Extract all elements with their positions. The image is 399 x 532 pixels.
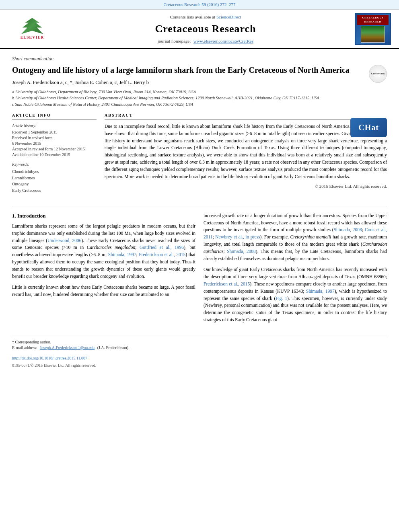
intro-left-column: 1. Introduction Lamniform sharks represe… xyxy=(12,212,195,328)
ref-fig1[interactable]: Fig. 1 xyxy=(276,296,287,301)
ref-shimada1997b[interactable]: Shimada, 1997 xyxy=(306,289,335,294)
elsevier-logo-area: ELSEVIER xyxy=(8,18,56,40)
email-link[interactable]: Joseph.A.Frederickson-1@ou.edu xyxy=(40,345,95,350)
intro-paragraph-2: Little is currently known about how thes… xyxy=(12,284,195,298)
ref-frederickson2015b[interactable]: Frederickson et al., 2015 xyxy=(204,281,250,286)
history-label: Article history: xyxy=(12,123,97,129)
affiliation-c: c Sam Noble Oklahoma Museum of Natural H… xyxy=(12,101,387,108)
section-label: Introduction xyxy=(17,213,46,219)
keywords-section: Keywords: Chondrichthyes Lamniformes Ont… xyxy=(12,162,97,194)
keyword-3: Ontogeny xyxy=(12,181,97,187)
elsevier-tree-icon xyxy=(20,18,44,34)
intro-paragraph-1: Lamniform sharks represent some of the l… xyxy=(12,223,195,280)
section-number: 1. xyxy=(12,213,16,219)
available-date: Available online 10 December 2015 xyxy=(12,152,97,158)
article-info-title: ARTICLE INFO xyxy=(12,113,97,120)
affiliation-a: a University of Oklahoma, Department of … xyxy=(12,89,387,95)
accepted-date: Accepted in revised form 12 November 201… xyxy=(12,146,97,152)
authors-text: Joseph A. Frederickson a, c, *, Joshua E… xyxy=(12,80,149,85)
email-label: E-mail address: xyxy=(12,345,37,350)
article-history: Article history: Received 1 September 20… xyxy=(12,123,97,158)
ref-shimada1997[interactable]: Shimada, 1997 xyxy=(108,252,136,257)
journal-badge: CRETACEOUS RESEARCH xyxy=(355,13,391,45)
journal-name: Cretaceous Research xyxy=(60,22,351,36)
article-type: Short communication xyxy=(12,55,387,62)
sciencedirect-link[interactable]: ScienceDirect xyxy=(216,14,241,19)
homepage-label: journal homepage: xyxy=(158,39,191,43)
journal-reference-bar: Cretaceous Research 59 (2016) 272–277 xyxy=(0,0,399,10)
keyword-4: Early Cretaceous xyxy=(12,188,97,194)
received-revised-label: Received in revised form xyxy=(12,135,97,141)
affiliation-b: b University of Oklahoma Health Sciences… xyxy=(12,95,387,101)
doi-link[interactable]: http://dx.doi.org/10.1016/j.cretres.2015… xyxy=(12,356,87,360)
intro-right-paragraph-1: increased growth rate or a longer durati… xyxy=(204,212,387,263)
received-date: Received 1 September 2015 xyxy=(12,129,97,135)
affiliations-block: a University of Oklahoma, Department of … xyxy=(12,89,387,108)
introduction-section: 1. Introduction Lamniform sharks represe… xyxy=(12,212,387,328)
corresponding-label: * Corresponding author. xyxy=(12,340,51,344)
ref-frederickson2015[interactable]: Frederickson et al., 2015 xyxy=(139,252,185,257)
article-body: Short communication Ontogeny and life hi… xyxy=(0,49,399,374)
email-note: E-mail address: Joseph.A.Frederickson-1@… xyxy=(12,345,387,351)
crossmark-label: CrossMark xyxy=(371,72,385,75)
intro-right-paragraph-2: Our knowledge of giant Early Cretaceous … xyxy=(204,266,387,324)
contents-text: Contents lists available at xyxy=(170,14,215,19)
ref-shimada2008b[interactable]: Shimada, 2008 xyxy=(227,249,256,254)
info-abstract-columns: ARTICLE INFO Article history: Received 1… xyxy=(12,113,387,198)
badge-label: CRETACEOUS RESEARCH xyxy=(357,15,389,25)
ref-shimada2008[interactable]: Shimada, 2008 xyxy=(334,227,362,232)
footer-copyright: 0195-6671/© 2015 Elsevier Ltd. All right… xyxy=(12,363,387,368)
ref-gottfried[interactable]: Gottfried et al., 1996 xyxy=(140,245,184,250)
footer-doi: http://dx.doi.org/10.1016/j.cretres.2015… xyxy=(12,355,387,361)
revised-date: 6 November 2015 xyxy=(12,141,97,146)
keyword-2: Lamniformes xyxy=(12,175,97,181)
crossmark-badge[interactable]: CrossMark xyxy=(369,65,387,83)
abstract-title: ABSTRACT xyxy=(105,113,387,120)
keyword-1: Chondrichthyes xyxy=(12,169,97,175)
authors-line: Joseph A. Frederickson a, c, *, Joshua E… xyxy=(12,79,387,86)
footnote-section: * Corresponding author. E-mail address: … xyxy=(12,336,387,351)
article-info-panel: ARTICLE INFO Article history: Received 1… xyxy=(12,113,97,198)
email-person-note: (J.A. Frederickson). xyxy=(97,345,130,350)
abstract-panel: ABSTRACT Due to an incomplete fossil rec… xyxy=(105,113,387,198)
copyright-text: © 2015 Elsevier Ltd. All rights reserved… xyxy=(105,183,387,189)
keywords-label: Keywords: xyxy=(12,162,97,167)
contents-line: Contents lists available at ScienceDirec… xyxy=(60,14,351,20)
article-title: Ontogeny and life history of a large lam… xyxy=(12,65,387,75)
homepage-url[interactable]: www.elsevier.com/locate/CretRes xyxy=(193,39,253,43)
journal-ref-text: Cretaceous Research 59 (2016) 272–277 xyxy=(163,2,235,7)
abstract-text: Due to an incomplete fossil record, litt… xyxy=(105,123,387,181)
corresponding-author-note: * Corresponding author. xyxy=(12,339,387,345)
article-title-text: Ontogeny and life history of a large lam… xyxy=(12,66,350,74)
elsevier-brand: ELSEVIER xyxy=(21,35,44,40)
section-divider xyxy=(12,206,387,206)
journal-header: ELSEVIER Contents lists available at Sci… xyxy=(0,10,399,49)
journal-title-area: Contents lists available at ScienceDirec… xyxy=(56,14,355,44)
homepage-line: journal homepage: www.elsevier.com/locat… xyxy=(60,38,351,44)
intro-right-column: increased growth rate or a longer durati… xyxy=(204,212,387,328)
chat-button[interactable]: CHat xyxy=(350,118,387,137)
intro-section-title: 1. Introduction xyxy=(12,212,195,220)
badge-image xyxy=(361,26,385,43)
ref-underwood[interactable]: Underwood, 2006 xyxy=(47,238,81,243)
ref-newbrey[interactable]: Newbrey et al., in press xyxy=(215,234,260,239)
